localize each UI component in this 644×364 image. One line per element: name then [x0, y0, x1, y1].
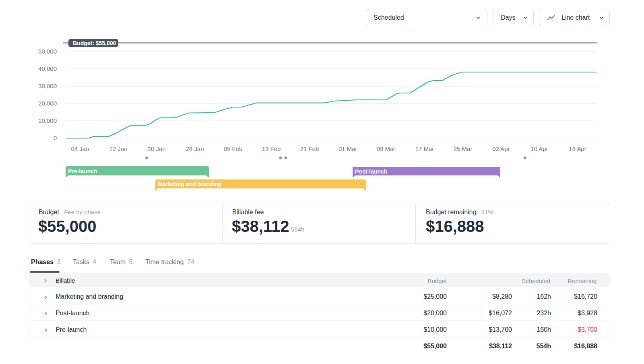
svg-text:09 Mar: 09 Mar — [377, 145, 396, 152]
svg-text:04 Jan: 04 Jan — [71, 145, 89, 152]
svg-text:Post-launch: Post-launch — [355, 168, 387, 175]
svg-text:50,000: 50,000 — [38, 48, 57, 55]
svg-text:02 Apr: 02 Apr — [492, 145, 510, 152]
svg-text:0: 0 — [54, 134, 57, 141]
svg-text:01 Mar: 01 Mar — [339, 145, 357, 152]
svg-text:10 Apr: 10 Apr — [530, 145, 548, 152]
svg-text:13 Feb: 13 Feb — [262, 145, 281, 152]
svg-text:12 Jan: 12 Jan — [109, 145, 127, 152]
svg-text:17 Mar: 17 Mar — [415, 145, 434, 152]
svg-text:30,000: 30,000 — [38, 83, 57, 89]
svg-text:20,000: 20,000 — [38, 100, 57, 107]
svg-text:05 Feb: 05 Feb — [224, 145, 243, 152]
svg-text:Pre-launch: Pre-launch — [68, 168, 97, 174]
svg-text:21 Feb: 21 Feb — [300, 145, 319, 152]
svg-text:Budget: $55,000: Budget: $55,000 — [73, 40, 116, 46]
svg-text:18 Apr: 18 Apr — [569, 145, 586, 152]
svg-text:20 Jan: 20 Jan — [147, 145, 165, 152]
svg-text:28 Jan: 28 Jan — [186, 145, 204, 152]
svg-text:10,000: 10,000 — [38, 117, 57, 124]
svg-text:40,000: 40,000 — [38, 65, 57, 72]
svg-text:25 Mar: 25 Mar — [454, 145, 473, 152]
svg-text:Marketing and branding: Marketing and branding — [158, 181, 222, 187]
